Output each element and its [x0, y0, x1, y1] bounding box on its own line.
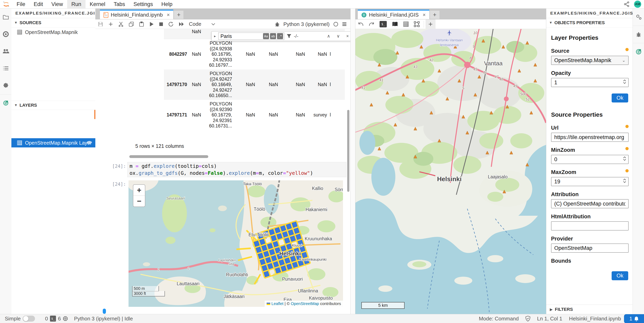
- zoom-out-button[interactable]: −: [133, 196, 145, 207]
- basemap-book-icon[interactable]: [389, 19, 400, 29]
- pane-splitter[interactable]: [350, 8, 356, 314]
- regex-icon[interactable]: .*: [277, 33, 283, 39]
- layer-properties-heading: Layer Properties: [551, 34, 632, 41]
- save-icon[interactable]: [95, 19, 106, 29]
- search-input[interactable]: Paris Aaab.*: [218, 32, 284, 40]
- source-item-openstreetmap[interactable]: OpenStreetMap.Mapnik: [12, 27, 95, 37]
- close-icon[interactable]: ×: [423, 12, 426, 18]
- visibility-eye-icon[interactable]: [86, 140, 92, 145]
- debugger-icon[interactable]: [275, 21, 280, 27]
- layer-ok-button[interactable]: Ok: [612, 93, 628, 102]
- property-inspector-icon[interactable]: [633, 8, 644, 25]
- htmlattribution-field: HtmlAttribution: [551, 214, 628, 231]
- new-tab-button[interactable]: +: [174, 10, 184, 19]
- source-field: Source OpenStreetMap.Mapnik ⌄: [551, 48, 628, 65]
- htmlattribution-input[interactable]: [551, 221, 628, 231]
- collaborators-icon[interactable]: [0, 43, 12, 60]
- filter-funnel-icon[interactable]: [286, 34, 292, 38]
- terminal-console-icon[interactable]: $_: [377, 19, 389, 29]
- running-sessions-icon[interactable]: [0, 25, 12, 43]
- search-close-icon[interactable]: ×: [344, 33, 350, 39]
- stepper-icons[interactable]: [623, 156, 626, 161]
- simple-mode-toggle[interactable]: [22, 316, 35, 322]
- cell-collapser[interactable]: [103, 309, 106, 314]
- code-cell[interactable]: m = gdf.explore(tooltip=cols) ox.graph_t…: [127, 162, 346, 177]
- menu-item-kernel[interactable]: Kernel: [86, 0, 110, 8]
- close-icon[interactable]: ×: [167, 12, 170, 18]
- table-of-contents-icon[interactable]: [0, 60, 12, 77]
- redo-icon[interactable]: [366, 19, 377, 29]
- new-tab-button[interactable]: +: [430, 10, 440, 19]
- layers-section-header[interactable]: ▼ LAYERS: [12, 101, 95, 110]
- menu-item-file[interactable]: File: [12, 0, 30, 8]
- active-file-name[interactable]: Helsinki_Finland.ipynb: [569, 316, 621, 322]
- horizontal-scrollbar[interactable]: [129, 155, 208, 158]
- command-mode-indicator[interactable]: Mode: Command: [479, 316, 519, 322]
- jgis-properties-icon[interactable]: [633, 43, 644, 60]
- notification-badge[interactable]: 1: [624, 314, 644, 323]
- leaflet-map-output[interactable]: Taka-TöölöKallioSörnäSeurasaariTöölöHaka…: [128, 180, 343, 307]
- chevron-down-icon[interactable]: [201, 19, 218, 29]
- trust-shield-icon: [526, 316, 530, 322]
- menu-item-edit[interactable]: Edit: [30, 0, 47, 8]
- vertical-scrollbar[interactable]: [347, 110, 350, 192]
- whole-word-icon[interactable]: ab: [270, 33, 276, 39]
- tab-notebook[interactable]: Helsinki_Finland.ipynb ×: [100, 9, 173, 19]
- undo-icon[interactable]: [356, 19, 366, 29]
- select-geometry-icon[interactable]: [411, 19, 422, 29]
- run-all-icon[interactable]: [176, 19, 187, 29]
- gis-map-view[interactable]: VantaaHelsinkiLaajasaloHelsinki-Vantaanl…: [356, 29, 546, 314]
- source-select[interactable]: OpenStreetMap.Mapnik ⌄: [551, 56, 628, 65]
- provider-input[interactable]: OpenStreetMap: [551, 244, 628, 253]
- search-expander-icon[interactable]: ▸: [214, 34, 216, 38]
- maxzoom-input[interactable]: 19: [551, 177, 628, 186]
- opacity-input[interactable]: 1: [551, 78, 628, 87]
- avatar[interactable]: AM: [634, 0, 641, 8]
- tile-layer-icon[interactable]: [400, 19, 411, 29]
- bell-icon: [634, 317, 638, 321]
- copy-cells-icon[interactable]: [126, 19, 136, 29]
- menu-item-settings[interactable]: Settings: [129, 0, 157, 8]
- stepper-icons[interactable]: [623, 79, 626, 84]
- file-browser-icon[interactable]: [0, 8, 12, 25]
- cut-cells-icon[interactable]: [116, 19, 126, 29]
- map-label: Helsinki: [279, 251, 300, 257]
- menu-item-run[interactable]: Run: [67, 0, 86, 8]
- run-cell-icon[interactable]: [146, 19, 156, 29]
- cursor-position[interactable]: Ln 1, Col 1: [537, 316, 562, 322]
- paste-cells-icon[interactable]: [136, 19, 146, 29]
- zoom-in-button[interactable]: +: [133, 185, 145, 196]
- map-zoom-control[interactable]: + −: [133, 184, 145, 207]
- add-layer-icon[interactable]: [426, 19, 436, 29]
- search-next-icon[interactable]: ∨: [334, 33, 342, 39]
- search-prev-icon[interactable]: ∧: [325, 33, 332, 39]
- menu-item-help[interactable]: Help: [157, 0, 177, 8]
- left-activity-bar: [0, 8, 12, 314]
- url-input[interactable]: https://tile.openstreetmap.org: [551, 133, 628, 142]
- menu-item-tabs[interactable]: Tabs: [110, 0, 129, 8]
- tab-gis[interactable]: Helsinki_Finland.jGIS ×: [358, 9, 429, 19]
- stop-kernel-icon[interactable]: [156, 19, 166, 29]
- input-prompt: [24]:: [112, 164, 126, 169]
- table-row: 14797170NaNPOLYGON ((24.92427 60.16649, …: [164, 69, 345, 100]
- match-case-icon[interactable]: Aa: [263, 33, 269, 39]
- debugger-icon[interactable]: [633, 25, 644, 43]
- attribution-input[interactable]: (C) OpenStreetMap contributors: [551, 199, 628, 208]
- restart-kernel-icon[interactable]: [166, 19, 176, 29]
- notebook-menu-icon[interactable]: [342, 22, 347, 26]
- sources-section-header[interactable]: ▼ SOURCES: [12, 18, 95, 27]
- stepper-icons[interactable]: [623, 179, 626, 183]
- objects-properties-section[interactable]: ▼ OBJECTS PROPERTIES: [546, 18, 632, 27]
- jgis-panel-icon[interactable]: [0, 94, 12, 112]
- filters-section[interactable]: ▶ FILTERS: [546, 305, 632, 314]
- extension-manager-icon[interactable]: [0, 77, 12, 94]
- layer-item-openstreetmap[interactable]: OpenStreetMap.Mapnik Layer: [12, 138, 95, 147]
- cell-type-select[interactable]: Code: [189, 21, 201, 27]
- source-ok-button[interactable]: Ok: [612, 271, 628, 280]
- kernel-name[interactable]: Python 3 (ipykernel): [284, 21, 330, 27]
- minzoom-input[interactable]: 0: [551, 155, 628, 164]
- kernel-status-text[interactable]: Python 3 (ipykernel) | Idle: [74, 316, 133, 322]
- add-cell-icon[interactable]: [106, 19, 116, 29]
- share-icon[interactable]: [624, 1, 630, 7]
- menu-item-view[interactable]: View: [47, 0, 67, 8]
